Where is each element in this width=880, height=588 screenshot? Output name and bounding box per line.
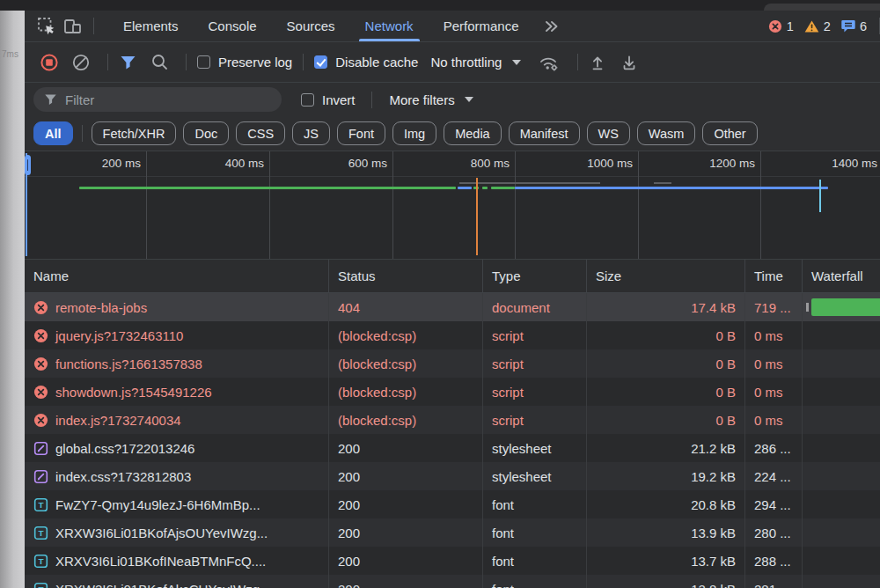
cell-size: 0 B (587, 406, 745, 434)
cell-type: script (483, 321, 587, 349)
tab-console[interactable]: Console (194, 11, 272, 41)
chips-divider (82, 125, 83, 142)
cell-name: T FwZY7-Qmy14u9lezJ-6H6MmBp... (25, 490, 329, 518)
request-name: functions.js?1661357838 (55, 356, 202, 371)
chip-label: CSS (247, 127, 274, 141)
table-row[interactable]: T XRXW3I6Li01BKofAkcCUYevIWzg 200 font 1… (25, 575, 880, 588)
overview-ruler-line (25, 176, 880, 177)
filter-input-placeholder: Filter (65, 92, 94, 107)
request-name: showdown.js?1545491226 (55, 385, 212, 400)
preserve-log-label: Preserve log (218, 55, 292, 70)
timeline-blue-segment (458, 187, 473, 189)
cell-time: 0 ms (745, 406, 803, 434)
cell-type: stylesheet (483, 434, 587, 462)
preserve-log-checkbox-box[interactable] (197, 55, 210, 69)
browser-window-corner (764, 4, 880, 11)
tab-sources[interactable]: Sources (272, 11, 350, 41)
chevron-down-icon (465, 97, 473, 102)
network-conditions-icon[interactable] (533, 50, 563, 75)
tab-performance[interactable]: Performance (429, 11, 534, 41)
cell-type: font (483, 490, 587, 518)
type-filter-js[interactable]: JS (292, 121, 330, 145)
stylesheet-icon (33, 469, 48, 484)
type-filter-doc[interactable]: Doc (183, 121, 229, 145)
clear-network-log-button[interactable] (69, 50, 93, 75)
svg-text:T: T (38, 584, 43, 588)
warning-badge[interactable]: 2 (804, 19, 831, 33)
devtools-tabs: ElementsConsoleSourcesNetworkPerformance (108, 11, 534, 41)
device-toolbar-icon[interactable] (60, 14, 86, 39)
table-row[interactable]: index.css?1732812803 200 stylesheet 19.2… (25, 462, 880, 490)
waterfall-queue-tick (806, 303, 809, 312)
table-row[interactable]: jquery.js?1732463110 (blocked:csp) scrip… (25, 321, 880, 349)
chip-label: Wasm (649, 127, 685, 141)
type-filter-other[interactable]: Other (702, 121, 757, 145)
type-filter-img[interactable]: Img (392, 121, 436, 145)
error-icon (33, 413, 48, 428)
issues-badge[interactable]: 6 (841, 19, 867, 33)
overview-left-grip-handle[interactable] (25, 155, 31, 175)
filter-input[interactable]: Filter (33, 87, 282, 112)
more-tabs-icon[interactable] (538, 14, 564, 39)
chip-label: Doc (194, 127, 217, 141)
type-filter-css[interactable]: CSS (236, 121, 285, 145)
request-name: remote-bla-jobs (55, 300, 147, 315)
type-filter-font[interactable]: Font (337, 121, 385, 145)
column-header-time[interactable]: Time (745, 260, 803, 292)
error-icon (33, 300, 48, 315)
timeline-gridline (515, 151, 516, 259)
tab-elements[interactable]: Elements (108, 11, 194, 41)
column-header-size[interactable]: Size (587, 260, 745, 292)
invert-checkbox-box[interactable] (301, 93, 314, 107)
type-filter-fetch-xhr[interactable]: Fetch/XHR (92, 121, 177, 145)
type-filter-media[interactable]: Media (444, 121, 502, 145)
table-row[interactable]: T XRXV3I6Li01BKofINeaBTMnFcQ.... 200 fon… (25, 547, 880, 575)
table-row[interactable]: index.js?1732740034 (blocked:csp) script… (25, 406, 880, 434)
network-overview-timeline[interactable]: 200 ms400 ms600 ms800 ms1000 ms1200 ms14… (25, 151, 880, 260)
table-row[interactable]: global.css?1722013246 200 stylesheet 21.… (25, 434, 880, 462)
cell-size: 13.9 kB (587, 518, 745, 547)
type-filter-ws[interactable]: WS (587, 121, 630, 145)
cell-name: T XRXV3I6Li01BKofINeaBTMnFcQ.... (25, 547, 329, 575)
type-filter-all[interactable]: All (33, 121, 73, 145)
browser-chrome-strip (0, 0, 880, 11)
table-row[interactable]: T XRXW3I6Li01BKofAjsOUYevIWzg... 200 fon… (25, 518, 880, 547)
disable-cache-checkbox-box[interactable] (314, 55, 327, 69)
table-row[interactable]: functions.js?1661357838 (blocked:csp) sc… (25, 349, 880, 378)
column-header-waterfall[interactable]: Waterfall (803, 260, 880, 292)
tab-network[interactable]: Network (350, 11, 429, 41)
disable-cache-checkbox[interactable]: Disable cache (314, 55, 418, 70)
filterbar-divider (371, 92, 372, 108)
inspect-element-icon[interactable] (33, 14, 60, 39)
column-header-name[interactable]: Name (25, 260, 329, 292)
invert-label: Invert (322, 92, 356, 107)
cell-waterfall (803, 434, 880, 462)
column-header-status[interactable]: Status (329, 260, 483, 292)
cell-status: 200 (329, 518, 483, 547)
timeline-blue-segment (515, 187, 828, 189)
table-row[interactable]: T FwZY7-Qmy14u9lezJ-6H6MmBp... 200 font … (25, 490, 880, 518)
import-har-icon[interactable] (585, 50, 610, 75)
column-header-label: Type (492, 268, 521, 283)
cell-time: 288 ... (745, 547, 803, 575)
column-header-type[interactable]: Type (483, 260, 587, 292)
table-row[interactable]: remote-bla-jobs 404 document 17.4 kB 719… (25, 293, 880, 321)
throttling-select[interactable]: No throttling (430, 55, 521, 70)
type-filter-manifest[interactable]: Manifest (509, 121, 580, 145)
table-row[interactable]: showdown.js?1545491226 (blocked:csp) scr… (25, 378, 880, 406)
request-name: jquery.js?1732463110 (55, 328, 183, 343)
timeline-tick-label: 1000 ms (587, 157, 633, 170)
filter-bar: Filter Invert More filters (25, 83, 880, 116)
record-stop-button[interactable] (37, 50, 62, 75)
filter-toggle-button[interactable] (115, 50, 140, 75)
error-badge[interactable]: 1 (768, 19, 794, 33)
search-button[interactable] (147, 50, 172, 75)
more-filters-dropdown[interactable]: More filters (390, 92, 473, 107)
timeline-green-segment (79, 187, 456, 189)
type-filter-wasm[interactable]: Wasm (637, 121, 696, 145)
export-har-icon[interactable] (617, 50, 642, 75)
preserve-log-checkbox[interactable]: Preserve log (197, 55, 292, 70)
invert-checkbox[interactable]: Invert (301, 92, 356, 107)
issues-icon (841, 19, 855, 33)
throttling-value: No throttling (430, 55, 502, 70)
